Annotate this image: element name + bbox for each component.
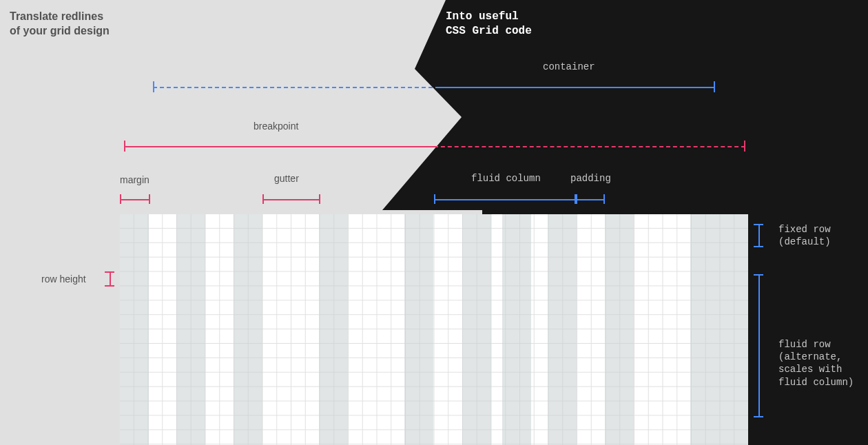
bracket-row-height xyxy=(105,271,114,287)
label-fluid-row: fluid row (alternate, scales with fluid … xyxy=(778,338,854,389)
bracket-gutter xyxy=(262,194,320,204)
grid-preview xyxy=(120,214,748,445)
grid-cells xyxy=(120,214,748,445)
bracket-container xyxy=(153,81,715,92)
grid-gutter xyxy=(548,214,577,445)
label-fluid-row-l3: scales with xyxy=(778,364,842,375)
bracket-fluid-row xyxy=(754,274,763,417)
label-gutter: gutter xyxy=(274,173,299,184)
grid-margin-left xyxy=(120,214,149,445)
grid-column xyxy=(605,214,634,445)
label-fluid-row-l2: (alternate, xyxy=(778,351,842,362)
grid-column xyxy=(502,214,531,445)
label-fluid-column: fluid column xyxy=(471,173,541,184)
heading-left: Translate redlines of your grid design xyxy=(10,10,110,39)
grid-column xyxy=(176,214,205,445)
label-breakpoint: breakpoint xyxy=(254,121,298,132)
label-fluid-row-l4: fluid column) xyxy=(778,377,854,388)
grid-gutter xyxy=(404,214,433,445)
heading-left-line1: Translate redlines xyxy=(10,10,103,22)
grid-gutter xyxy=(234,214,262,445)
grid-column xyxy=(690,214,719,445)
grid-margin-right xyxy=(719,214,748,445)
label-fixed-row-l1: fixed row xyxy=(778,224,831,235)
heading-left-line2: of your grid design xyxy=(10,25,110,37)
bracket-padding xyxy=(576,194,605,204)
grid-column xyxy=(462,214,491,445)
bracket-breakpoint xyxy=(124,141,745,152)
heading-right-line2: CSS Grid code xyxy=(446,25,532,37)
heading-right-line1: Into useful xyxy=(446,10,519,23)
bracket-fluid-column xyxy=(434,194,576,204)
label-padding: padding xyxy=(570,173,611,184)
label-fluid-row-l1: fluid row xyxy=(778,339,831,350)
bracket-margin xyxy=(120,194,150,204)
heading-right: Into useful CSS Grid code xyxy=(446,10,532,39)
label-margin: margin xyxy=(120,174,149,185)
grid-gutter xyxy=(319,214,348,445)
label-container: container xyxy=(543,61,595,72)
label-fixed-row-l2: (default) xyxy=(778,236,831,247)
bracket-fixed-row xyxy=(754,224,763,247)
label-fixed-row: fixed row (default) xyxy=(778,223,831,248)
label-row-height: row height xyxy=(41,273,86,284)
